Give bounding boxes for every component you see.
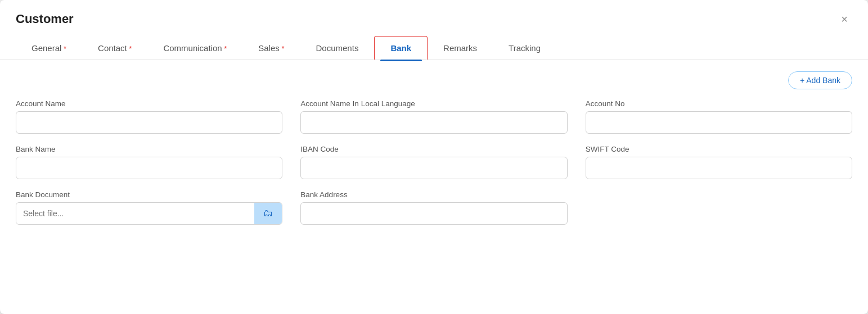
tab-general[interactable]: General * — [16, 37, 82, 60]
account-no-group: Account No — [586, 99, 852, 134]
tabs-bar: General *Contact *Communication *Sales *… — [0, 27, 868, 60]
tab-documents[interactable]: Documents — [300, 37, 375, 60]
account-name-local-input[interactable] — [300, 111, 567, 134]
tab-remarks[interactable]: Remarks — [428, 37, 493, 60]
account-no-label: Account No — [586, 99, 852, 108]
file-browse-button[interactable]: 🗂 — [254, 203, 282, 224]
add-bank-row: + Add Bank — [16, 71, 852, 89]
account-name-input[interactable] — [16, 111, 282, 134]
tab-communication[interactable]: Communication * — [147, 37, 242, 60]
account-name-local-label: Account Name In Local Language — [300, 99, 567, 108]
dialog-title: Customer — [16, 12, 74, 26]
bank-address-label: Bank Address — [300, 190, 567, 199]
bank-name-group: Bank Name — [16, 145, 282, 179]
bank-name-input[interactable] — [16, 157, 282, 179]
swift-code-group: SWIFT Code — [586, 145, 852, 179]
account-name-local-group: Account Name In Local Language — [300, 99, 567, 134]
bank-name-label: Bank Name — [16, 145, 282, 153]
iban-code-input[interactable] — [300, 157, 567, 179]
account-name-group: Account Name — [16, 99, 282, 134]
customer-dialog: Customer × General *Contact *Communicati… — [0, 0, 868, 314]
bank-address-group: Bank Address — [300, 190, 567, 225]
content-area: + Add Bank Account Name Account Name In … — [0, 60, 868, 240]
tab-tracking[interactable]: Tracking — [493, 37, 556, 60]
bank-document-group: Bank Document 🗂 — [16, 190, 282, 225]
bank-address-input[interactable] — [300, 202, 567, 225]
file-text-input[interactable] — [16, 203, 254, 224]
account-no-input[interactable] — [586, 111, 852, 134]
dialog-header: Customer × — [0, 0, 868, 27]
empty-cell — [586, 190, 852, 225]
close-button[interactable]: × — [836, 11, 852, 27]
file-input-wrapper: 🗂 — [16, 202, 282, 225]
iban-code-label: IBAN Code — [300, 145, 567, 153]
tab-bank[interactable]: Bank — [374, 36, 428, 60]
swift-code-label: SWIFT Code — [586, 145, 852, 153]
swift-code-input[interactable] — [586, 157, 852, 179]
bank-document-label: Bank Document — [16, 190, 282, 199]
tab-sales[interactable]: Sales * — [242, 37, 300, 60]
iban-code-group: IBAN Code — [300, 145, 567, 179]
add-bank-button[interactable]: + Add Bank — [788, 71, 852, 89]
bank-form: Account Name Account Name In Local Langu… — [16, 99, 852, 225]
folder-icon: 🗂 — [263, 208, 273, 219]
tab-contact[interactable]: Contact * — [82, 37, 147, 60]
account-name-label: Account Name — [16, 99, 282, 108]
